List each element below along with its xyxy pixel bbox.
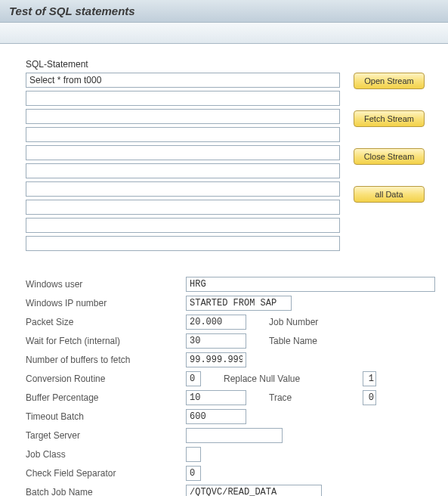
buffer-pct-label: Buffer Percentage [26,392,186,403]
trace-label: Trace [246,392,363,403]
target-server-input[interactable] [186,428,283,443]
page-title: Test of SQL statements [9,5,439,17]
conv-routine-label: Conversion Routine [26,374,186,384]
job-class-input[interactable] [186,447,201,462]
num-buffers-input[interactable] [186,352,246,367]
replace-null-input[interactable] [363,371,376,386]
target-server-label: Target Server [26,430,186,441]
field-sep-input[interactable] [186,466,201,481]
sql-line-5[interactable] [26,145,340,160]
sql-inputs [26,73,340,251]
timeout-label: Timeout Batch [26,411,186,422]
table-name-label: Table Name [246,336,363,346]
title-bar: Test of SQL statements [0,0,448,23]
packet-size-input[interactable] [186,315,246,330]
close-stream-button[interactable]: Close Stream [354,148,425,165]
batch-name-label: Batch Job Name [26,487,186,496]
batch-name-input[interactable] [186,485,322,496]
all-data-button[interactable]: all Data [354,186,425,203]
open-stream-button[interactable]: Open Stream [354,73,425,89]
wait-fetch-label: Wait for Fetch (internal) [26,336,186,346]
sql-line-6[interactable] [26,163,340,178]
fetch-stream-button[interactable]: Fetch Stream [354,110,425,127]
timeout-input[interactable] [186,409,246,424]
job-class-label: Job Class [26,449,186,460]
packet-size-label: Packet Size [26,317,186,327]
content-area: SQL-Statement Open Stream Fetch Stream C… [0,44,448,496]
sql-line-2[interactable] [26,91,340,106]
sql-line-1[interactable] [26,73,340,88]
wait-fetch-input[interactable] [186,333,246,349]
form-rows: Windows user Windows IP number Packet Si… [26,277,440,496]
sql-line-4[interactable] [26,127,340,142]
windows-user-label: Windows user [26,279,186,290]
sql-line-8[interactable] [26,200,340,215]
sql-buttons: Open Stream Fetch Stream Close Stream al… [354,73,425,251]
buffer-pct-input[interactable] [186,390,246,405]
windows-user-input[interactable] [186,277,435,292]
sql-section-label: SQL-Statement [26,59,440,70]
sql-area: Open Stream Fetch Stream Close Stream al… [26,73,440,251]
sql-line-10[interactable] [26,236,340,251]
replace-null-label: Replace Null Value [201,374,363,384]
trace-input[interactable] [363,390,376,405]
sql-line-7[interactable] [26,181,340,197]
windows-ip-label: Windows IP number [26,298,186,308]
sql-line-3[interactable] [26,109,340,124]
windows-ip-input[interactable] [186,296,292,311]
field-sep-label: Check Field Separator [26,468,186,479]
conv-routine-input[interactable] [186,371,201,386]
job-number-label: Job Number [246,317,363,327]
sql-line-9[interactable] [26,218,340,233]
num-buffers-label: Number of buffers to fetch [26,355,186,365]
toolbar [0,23,448,44]
